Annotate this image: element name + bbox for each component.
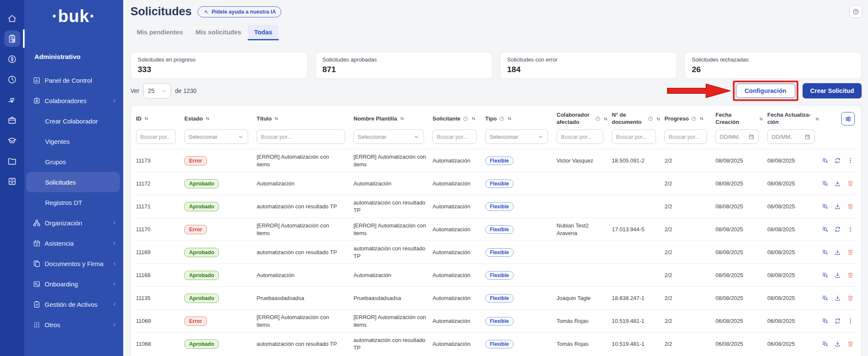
crear-solicitud-button[interactable]: Crear Solicitud bbox=[803, 83, 862, 98]
download-action-icon[interactable] bbox=[834, 249, 841, 256]
table-row[interactable]: 11173Error[ERROR] Automatización con ite… bbox=[136, 149, 856, 172]
download-action-icon[interactable] bbox=[834, 203, 841, 210]
question-icon[interactable] bbox=[499, 116, 505, 122]
total-count-label: de 1230 bbox=[175, 87, 197, 94]
table-row[interactable]: 11172AprobadoAutomatizaciónAutomatizació… bbox=[136, 172, 856, 195]
rail-item-benefits[interactable] bbox=[4, 92, 20, 108]
column-settings-button[interactable] bbox=[841, 112, 855, 126]
page-size-select[interactable]: 25 bbox=[143, 83, 171, 98]
tab-mis-solicitudes[interactable]: Mis solicitudes bbox=[189, 25, 248, 40]
download-action-icon[interactable] bbox=[834, 294, 841, 302]
filter-select-1[interactable]: Seleccionar bbox=[184, 129, 248, 144]
cell-id: 11172 bbox=[136, 180, 184, 187]
filter-date-9[interactable]: DD/MM, bbox=[715, 129, 759, 144]
trash-action-icon[interactable] bbox=[847, 180, 854, 187]
table-row[interactable]: 11170Error[ERROR] Automatización con ite… bbox=[136, 218, 856, 241]
help-button[interactable] bbox=[849, 5, 862, 18]
sort-icon[interactable] bbox=[144, 116, 149, 121]
table-row[interactable]: 11169Aprobadoautomatización con resultad… bbox=[136, 241, 856, 263]
refresh-action-icon[interactable] bbox=[834, 317, 841, 325]
trash-action-icon[interactable] bbox=[847, 249, 854, 256]
rail-item-clock[interactable] bbox=[4, 71, 20, 87]
table-row[interactable]: 11069Error[ERROR] Automatización con ite… bbox=[136, 309, 856, 332]
rail-item-briefcase[interactable] bbox=[4, 112, 20, 128]
filter-input-8[interactable] bbox=[664, 129, 707, 144]
file-search-action-icon[interactable] bbox=[821, 203, 828, 210]
sort-icon[interactable] bbox=[507, 116, 512, 121]
sort-icon[interactable] bbox=[274, 116, 279, 121]
column-header-fecha-actualizacion: Fecha Actualiza­ción bbox=[767, 112, 823, 126]
tab-todas[interactable]: Todas bbox=[248, 25, 279, 40]
menu-item-crear-colaborador[interactable]: Crear Colaborador bbox=[24, 111, 123, 131]
filter-date-10[interactable]: DD/MM, bbox=[767, 129, 815, 144]
filter-input-4[interactable] bbox=[433, 129, 477, 144]
rail-item-requests[interactable] bbox=[4, 31, 20, 47]
rail-item-home[interactable] bbox=[4, 10, 20, 26]
table-row[interactable]: 11168AprobadoAutomatizaciónAutomatizació… bbox=[136, 263, 856, 286]
kebab-action-icon[interactable] bbox=[847, 157, 854, 164]
menu-item-vigentes[interactable]: Vigentes bbox=[24, 131, 123, 151]
table-row[interactable]: 11135AprobadoPruebaasdadsadsaPruebaasdad… bbox=[136, 286, 856, 309]
menu-item-onboarding[interactable]: Onboarding bbox=[24, 274, 123, 294]
table-row[interactable]: 11171Aprobadoautomatización con resultad… bbox=[136, 195, 856, 218]
rail-item-education[interactable] bbox=[4, 132, 20, 149]
menu-item-otros[interactable]: Otros bbox=[24, 314, 123, 335]
sort-icon[interactable] bbox=[814, 116, 820, 122]
trash-action-icon[interactable] bbox=[847, 203, 854, 210]
filter-input-7[interactable] bbox=[612, 129, 656, 144]
rail-item-money[interactable] bbox=[4, 51, 20, 67]
tipo-badge: Flexible bbox=[485, 225, 514, 234]
refresh-action-icon[interactable] bbox=[834, 157, 841, 164]
file-search-action-icon[interactable] bbox=[821, 317, 828, 325]
download-action-icon[interactable] bbox=[834, 180, 841, 187]
configuracion-button[interactable]: Configuración bbox=[736, 84, 795, 98]
question-icon[interactable] bbox=[691, 116, 697, 122]
menu-item-documentos-y-firma[interactable]: Documentos y Firma bbox=[24, 253, 123, 274]
rail-item-folder[interactable] bbox=[4, 153, 20, 169]
filter-input-6[interactable] bbox=[557, 129, 603, 144]
refresh-action-icon[interactable] bbox=[834, 226, 841, 233]
sort-icon[interactable] bbox=[656, 116, 661, 122]
menu-item-registros-dt[interactable]: Registros DT bbox=[24, 192, 123, 213]
rail-item-cabinet[interactable] bbox=[4, 173, 20, 189]
download-action-icon[interactable] bbox=[834, 340, 841, 348]
question-icon[interactable] bbox=[595, 116, 601, 122]
ai-help-button[interactable]: Pídele ayuda a nuestra IA bbox=[198, 6, 281, 17]
status-badge: Aprobado bbox=[184, 248, 219, 257]
sort-icon[interactable] bbox=[699, 116, 704, 121]
sort-icon[interactable] bbox=[471, 116, 476, 121]
menu-item-colaboradores[interactable]: Colaboradores bbox=[24, 90, 123, 111]
filter-select-3[interactable]: Seleccionar bbox=[353, 129, 424, 144]
question-icon[interactable] bbox=[647, 116, 653, 122]
cell-id: 11171 bbox=[136, 203, 184, 210]
kebab-action-icon[interactable] bbox=[847, 317, 854, 325]
tab-mis-pendientes[interactable]: Mis pendientes bbox=[130, 25, 189, 40]
trash-action-icon[interactable] bbox=[847, 340, 854, 348]
menu-item-grupos[interactable]: Grupos bbox=[24, 151, 123, 172]
menu-item-organizacion[interactable]: Organización bbox=[24, 213, 123, 233]
trash-action-icon[interactable] bbox=[847, 294, 854, 302]
trash-action-icon[interactable] bbox=[847, 272, 854, 279]
menu-item-gestion-de-activos[interactable]: Gestión de Activos bbox=[24, 294, 123, 314]
file-search-action-icon[interactable] bbox=[821, 226, 828, 233]
question-icon[interactable] bbox=[463, 116, 469, 122]
filter-input-0[interactable] bbox=[136, 129, 176, 144]
sort-icon[interactable] bbox=[758, 116, 764, 122]
menu-item-asistencia[interactable]: Asistencia bbox=[24, 233, 123, 253]
sort-icon[interactable] bbox=[205, 116, 210, 121]
sort-icon[interactable] bbox=[603, 116, 608, 122]
file-search-action-icon[interactable] bbox=[821, 157, 828, 164]
download-action-icon[interactable] bbox=[834, 272, 841, 279]
filter-select-5[interactable]: Seleccionar bbox=[485, 129, 548, 144]
file-search-action-icon[interactable] bbox=[821, 180, 828, 187]
kebab-action-icon[interactable] bbox=[847, 226, 854, 233]
file-search-action-icon[interactable] bbox=[821, 272, 828, 279]
file-search-action-icon[interactable] bbox=[821, 249, 828, 256]
filter-input-2[interactable] bbox=[257, 129, 345, 144]
menu-item-solicitudes[interactable]: Solicitudes bbox=[26, 172, 120, 192]
table-row[interactable]: 11068Aprobadoautomatización con resultad… bbox=[136, 332, 856, 355]
file-search-action-icon[interactable] bbox=[821, 294, 828, 302]
menu-item-panel-de-control[interactable]: Panel de Control bbox=[24, 70, 123, 90]
file-search-action-icon[interactable] bbox=[821, 340, 828, 348]
sort-icon[interactable] bbox=[399, 116, 405, 121]
